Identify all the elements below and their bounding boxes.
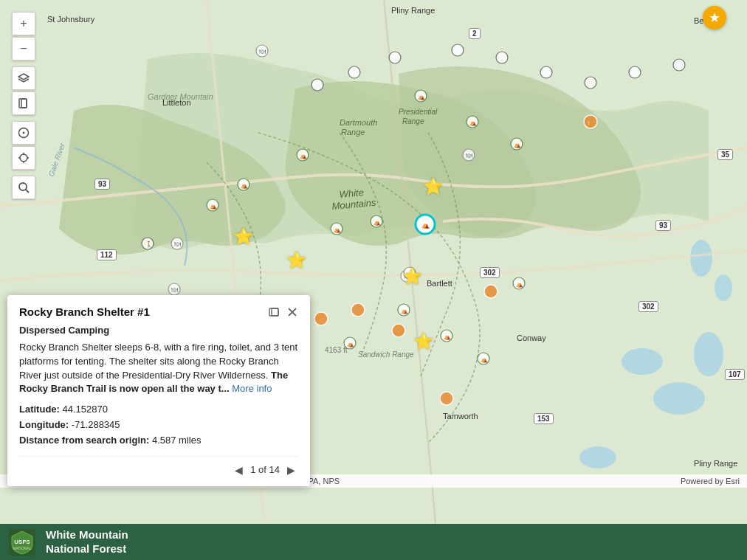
svg-text:⛺: ⛺ bbox=[347, 340, 354, 348]
svg-text:🚶: 🚶 bbox=[145, 241, 153, 248]
footer-title: White Mountain National Forest bbox=[46, 528, 128, 556]
popup-category: Dispersed Camping bbox=[19, 324, 298, 338]
zoom-in-button[interactable]: + bbox=[12, 12, 35, 35]
svg-text:Range: Range bbox=[341, 128, 365, 136]
svg-point-51 bbox=[585, 77, 596, 89]
svg-rect-76 bbox=[21, 99, 27, 108]
svg-text:USFS: USFS bbox=[14, 539, 30, 545]
location-popup: Rocky Branch Shelter #1 Dispersed Camp bbox=[7, 295, 310, 486]
svg-text:🍽: 🍽 bbox=[174, 241, 181, 248]
svg-line-85 bbox=[26, 190, 29, 193]
popup-close-button[interactable] bbox=[286, 306, 298, 318]
zoom-out-button[interactable]: − bbox=[12, 37, 35, 61]
svg-text:⛺: ⛺ bbox=[481, 356, 488, 363]
popup-latitude: Latitude: 44.152870 bbox=[19, 402, 298, 418]
popup-prev-button[interactable]: ◀ bbox=[232, 463, 246, 477]
popup-page-info: 1 of 14 bbox=[250, 464, 280, 475]
usfs-shield-logo: USFS NATIONAL bbox=[9, 529, 35, 556]
popup-distance: Distance from search origin: 4.587 miles bbox=[19, 433, 298, 449]
footer: USFS NATIONAL White Mountain National Fo… bbox=[0, 524, 747, 560]
page-icon bbox=[18, 98, 29, 108]
svg-point-46 bbox=[348, 66, 360, 78]
svg-text:🍽: 🍽 bbox=[259, 48, 266, 55]
layers-button[interactable] bbox=[12, 66, 35, 90]
svg-text:Sandwich Range: Sandwich Range bbox=[358, 350, 414, 359]
route-shield-35: 35 bbox=[717, 149, 733, 160]
route-shield-107: 107 bbox=[725, 369, 745, 380]
svg-point-56 bbox=[314, 312, 328, 325]
featured-star-marker: ★ bbox=[703, 6, 726, 30]
svg-point-59 bbox=[440, 392, 453, 405]
svg-rect-75 bbox=[19, 99, 27, 108]
svg-text:⛺: ⛺ bbox=[516, 280, 523, 288]
svg-text:4163 ft: 4163 ft bbox=[325, 346, 348, 354]
svg-point-47 bbox=[389, 52, 401, 63]
route-shield-93-2: 93 bbox=[655, 220, 671, 231]
popup-header: Rocky Branch Shelter #1 bbox=[19, 305, 298, 318]
svg-text:Range: Range bbox=[402, 117, 424, 125]
popup-header-icons bbox=[267, 306, 298, 318]
svg-text:🍽: 🍽 bbox=[171, 286, 178, 294]
svg-point-4 bbox=[690, 240, 712, 277]
svg-point-48 bbox=[452, 44, 464, 56]
popup-title: Rocky Branch Shelter #1 bbox=[19, 305, 150, 318]
footer-title-line2: National Forest bbox=[46, 542, 128, 556]
svg-point-60 bbox=[484, 285, 498, 298]
search-icon bbox=[18, 182, 30, 193]
svg-point-52 bbox=[629, 66, 641, 78]
svg-point-78 bbox=[23, 132, 25, 134]
popup-longitude: Longitude: -71.288345 bbox=[19, 418, 298, 433]
svg-point-84 bbox=[19, 183, 27, 190]
svg-text:⛺: ⛺ bbox=[401, 307, 408, 314]
footer-title-line1: White Mountain bbox=[46, 528, 128, 542]
popup-next-button[interactable]: ▶ bbox=[284, 463, 298, 477]
route-shield-302-2: 302 bbox=[638, 301, 658, 312]
layers-icon bbox=[18, 73, 30, 83]
svg-text:🍽: 🍽 bbox=[466, 152, 472, 159]
route-shield-302-1: 302 bbox=[480, 267, 500, 278]
svg-text:Dartmouth: Dartmouth bbox=[340, 118, 377, 127]
svg-point-1 bbox=[622, 348, 663, 375]
map-container[interactable]: White Mountains Dartmouth Range Presiden… bbox=[0, 0, 747, 524]
svg-point-53 bbox=[673, 59, 685, 71]
route-shield-153: 153 bbox=[534, 413, 554, 424]
route-shield-2: 2 bbox=[469, 28, 481, 39]
svg-text:⛺: ⛺ bbox=[300, 152, 307, 159]
popup-description-text: Rocky Branch Shelter sleeps 6-8, with a … bbox=[19, 342, 297, 381]
powered-by-text: Powered by Esri bbox=[681, 477, 740, 485]
location-button[interactable] bbox=[12, 146, 35, 170]
route-shield-93-1: 93 bbox=[94, 179, 110, 190]
svg-point-57 bbox=[351, 303, 365, 317]
svg-text:⛺: ⛺ bbox=[241, 182, 248, 189]
page-icon-button[interactable] bbox=[12, 91, 35, 115]
svg-point-50 bbox=[540, 66, 552, 78]
map-controls: + − bbox=[12, 12, 35, 199]
popup-footer: ◀ 1 of 14 ▶ bbox=[19, 456, 298, 477]
svg-text:!: ! bbox=[588, 120, 589, 126]
svg-point-58 bbox=[392, 324, 405, 337]
popup-body: Dispersed Camping Rocky Branch Shelter s… bbox=[19, 324, 298, 449]
svg-point-6 bbox=[579, 446, 616, 469]
svg-text:⛺: ⛺ bbox=[444, 333, 451, 340]
svg-text:⛺: ⛺ bbox=[334, 226, 341, 233]
svg-point-3 bbox=[694, 332, 723, 376]
popup-more-link[interactable]: More info bbox=[232, 383, 272, 394]
location-icon bbox=[18, 152, 30, 164]
search-button[interactable] bbox=[12, 176, 35, 199]
svg-point-5 bbox=[715, 274, 732, 301]
svg-point-49 bbox=[496, 52, 508, 63]
svg-text:⛺: ⛺ bbox=[421, 221, 430, 229]
svg-text:⛺: ⛺ bbox=[374, 218, 381, 226]
svg-text:⛺: ⛺ bbox=[514, 141, 521, 148]
svg-point-79 bbox=[20, 154, 27, 162]
svg-text:Gardner Mountain: Gardner Mountain bbox=[148, 92, 213, 101]
popup-expand-button[interactable] bbox=[267, 306, 280, 318]
svg-text:⛺: ⛺ bbox=[418, 93, 425, 100]
svg-marker-74 bbox=[18, 74, 29, 80]
compass-icon bbox=[18, 127, 30, 139]
compass-button[interactable] bbox=[12, 121, 35, 145]
svg-text:⛺: ⛺ bbox=[469, 119, 477, 126]
popup-description: Rocky Branch Shelter sleeps 6-8, with a … bbox=[19, 341, 298, 396]
popup-coords: Latitude: 44.152870 Longitude: -71.28834… bbox=[19, 402, 298, 448]
svg-point-45 bbox=[311, 79, 323, 91]
